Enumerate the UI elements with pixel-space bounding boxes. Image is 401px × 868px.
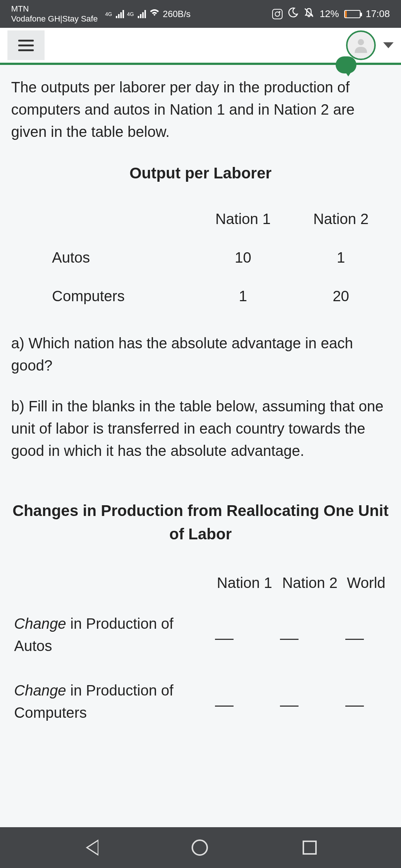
net-label-1: 4G — [105, 11, 112, 17]
blank-cell — [277, 601, 342, 668]
table-row: Autos 10 1 — [11, 238, 390, 277]
col-world: World — [342, 564, 390, 601]
carrier-1: MTN — [11, 4, 98, 14]
cell-value: 1 — [292, 238, 390, 277]
net-label-2: 4G — [127, 11, 134, 17]
instagram-icon — [272, 9, 283, 19]
col-nation1: Nation 1 — [194, 200, 292, 238]
clock-time: 17:08 — [366, 8, 390, 20]
signal-bars-icon — [116, 10, 124, 18]
table-row: Change in Production of Autos — [11, 601, 390, 668]
col-nation1: Nation 1 — [212, 564, 277, 601]
table-header-row: Nation 1 Nation 2 World — [11, 564, 390, 601]
cell-value: 1 — [194, 277, 292, 315]
output-table-section: Output per Laborer Nation 1 Nation 2 Aut… — [11, 161, 390, 315]
back-button[interactable] — [84, 839, 97, 856]
home-button[interactable] — [192, 839, 208, 856]
row-label: Computers — [11, 277, 194, 315]
realloc-table: Nation 1 Nation 2 World Change in Produc… — [11, 564, 390, 735]
navigation-bar — [0, 827, 401, 868]
col-nation2: Nation 2 — [277, 564, 342, 601]
chevron-down-icon[interactable] — [383, 42, 394, 48]
blank-cell — [342, 601, 390, 668]
svg-point-1 — [358, 39, 364, 45]
data-speed: 260B/s — [163, 9, 191, 19]
battery-icon — [344, 10, 361, 18]
recent-apps-button[interactable] — [303, 841, 317, 855]
blank-cell — [212, 668, 277, 735]
blank-cell — [342, 668, 390, 735]
cell-value: 10 — [194, 238, 292, 277]
output-table: Nation 1 Nation 2 Autos 10 1 Computers 1… — [11, 200, 390, 315]
app-header — [0, 28, 401, 65]
header-right — [346, 30, 394, 60]
question-a: a) Which nation has the absolute advanta… — [11, 332, 390, 377]
table2-title: Changes in Production from Reallocating … — [11, 499, 390, 546]
signal-bars-icon — [138, 10, 146, 18]
row-label: Change in Production of Autos — [11, 601, 212, 668]
hamburger-icon — [18, 40, 34, 42]
dnd-moon-icon — [288, 7, 298, 20]
carrier-labels: MTN Vodafone GH|Stay Safe — [11, 4, 98, 24]
mute-bell-icon — [303, 7, 314, 21]
row-label: Change in Production of Computers — [11, 668, 212, 735]
menu-button[interactable] — [7, 30, 45, 60]
chat-icon[interactable] — [336, 56, 356, 73]
cell-value: 20 — [292, 277, 390, 315]
wifi-icon — [149, 8, 160, 20]
avatar[interactable] — [346, 30, 376, 60]
table-header-row: Nation 1 Nation 2 — [11, 200, 390, 238]
signal-cluster: 4G 4G 260B/s — [105, 8, 190, 20]
question-b: b) Fill in the blanks in the table below… — [11, 395, 390, 462]
blank-cell — [212, 601, 277, 668]
col-nation2: Nation 2 — [292, 200, 390, 238]
table-row: Change in Production of Computers — [11, 668, 390, 735]
row-label: Autos — [11, 238, 194, 277]
intro-paragraph: The outputs per laborer per day in the p… — [11, 76, 390, 143]
battery-percent: 12% — [320, 8, 339, 20]
table-row: Computers 1 20 — [11, 277, 390, 315]
main-content[interactable]: The outputs per laborer per day in the p… — [0, 65, 401, 742]
status-bar: MTN Vodafone GH|Stay Safe 4G 4G 260B/s 1… — [0, 0, 401, 28]
carrier-2: Vodafone GH|Stay Safe — [11, 14, 98, 24]
blank-cell — [277, 668, 342, 735]
status-right: 12% 17:08 — [272, 7, 390, 21]
table1-title: Output per Laborer — [11, 161, 390, 185]
